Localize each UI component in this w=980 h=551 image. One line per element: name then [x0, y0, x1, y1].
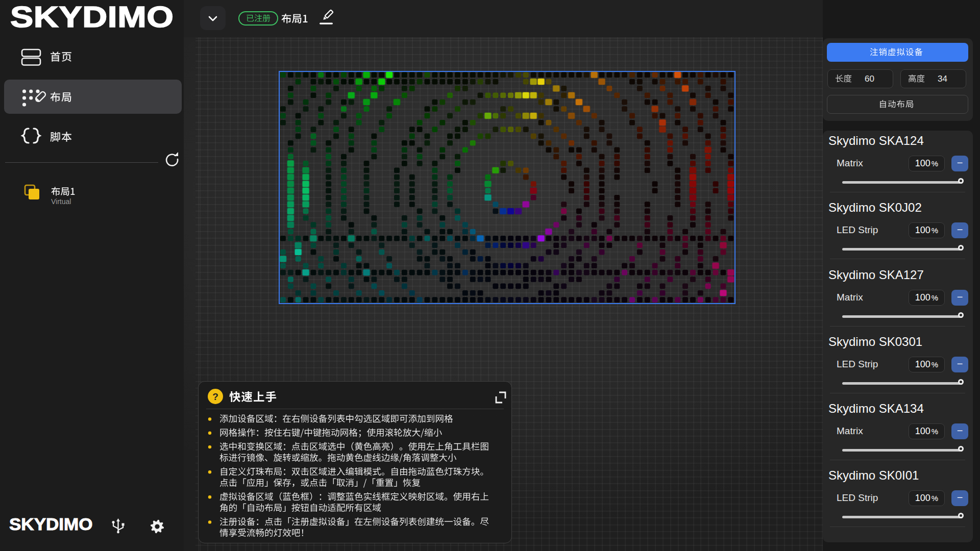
svg-text:?: ?: [212, 391, 218, 402]
